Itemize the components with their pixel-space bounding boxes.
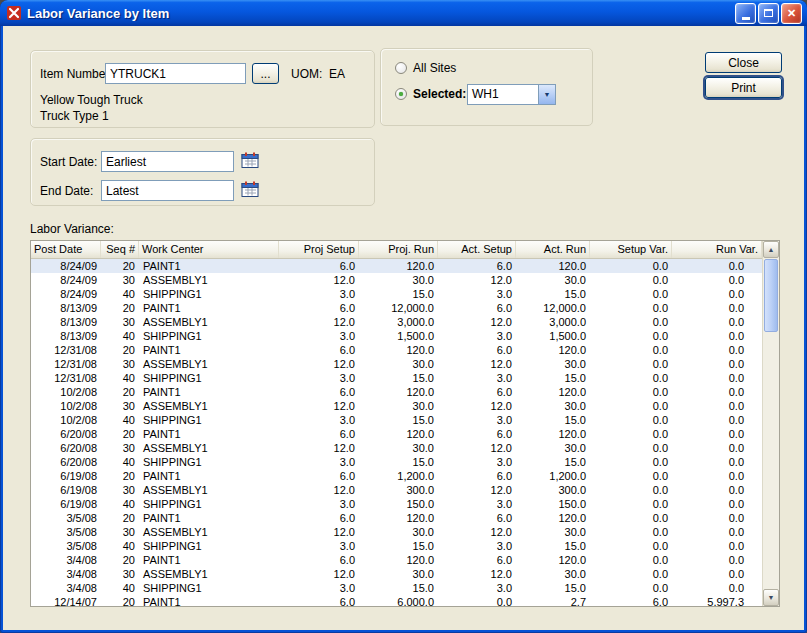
uom-label-text: UOM: [291, 67, 322, 81]
table-cell: ASSEMBLY1 [139, 315, 279, 329]
site-combobox[interactable]: WH1 ▼ [467, 84, 556, 105]
close-window-button[interactable]: ✕ [781, 3, 802, 24]
vertical-scrollbar[interactable]: ▲ ▼ [762, 241, 779, 606]
column-header-setup-var-[interactable]: Setup Var. [590, 241, 672, 258]
scroll-down-button[interactable]: ▼ [763, 589, 779, 606]
table-row[interactable]: 12/31/0820PAINT16.0120.06.0120.00.00.0 [31, 343, 762, 357]
table-cell: 15.0 [516, 371, 590, 385]
column-header-run-var-[interactable]: Run Var. [672, 241, 762, 258]
table-cell: 20 [101, 385, 139, 399]
table-cell: 20 [101, 343, 139, 357]
sites-group: All Sites Selected: WH1 ▼ [380, 48, 593, 126]
table-cell: 30.0 [359, 567, 438, 581]
table-cell: 6.0 [279, 385, 359, 399]
scroll-thumb[interactable] [764, 259, 778, 332]
table-cell: 0.0 [672, 581, 762, 595]
table-row[interactable]: 3/4/0840SHIPPING13.015.03.015.00.00.0 [31, 581, 762, 595]
end-date-calendar-button[interactable] [239, 181, 261, 200]
table-cell: 3,000.0 [516, 315, 590, 329]
table-cell: 6/20/08 [31, 441, 101, 455]
table-cell: 40 [101, 539, 139, 553]
column-header-proj-setup[interactable]: Proj Setup [279, 241, 359, 258]
end-date-label: End Date: [40, 184, 93, 198]
column-header-act-run[interactable]: Act. Run [516, 241, 590, 258]
selected-site-radio[interactable] [395, 88, 407, 100]
table-cell: 30.0 [359, 525, 438, 539]
table-cell: 6,000.0 [359, 595, 438, 606]
maximize-button[interactable] [758, 3, 779, 24]
table-row[interactable]: 6/19/0830ASSEMBLY112.0300.012.0300.00.00… [31, 483, 762, 497]
column-header-post-date[interactable]: Post Date [31, 241, 101, 258]
table-row[interactable]: 10/2/0840SHIPPING13.015.03.015.00.00.0 [31, 413, 762, 427]
table-row[interactable]: 3/4/0830ASSEMBLY112.030.012.030.00.00.0 [31, 567, 762, 581]
table-cell: 1,500.0 [359, 329, 438, 343]
table-row[interactable]: 12/31/0830ASSEMBLY112.030.012.030.00.00.… [31, 357, 762, 371]
table-row[interactable]: 8/13/0920PAINT16.012,000.06.012,000.00.0… [31, 301, 762, 315]
item-number-label: Item Number: [40, 67, 113, 81]
table-row[interactable]: 3/5/0840SHIPPING13.015.03.015.00.00.0 [31, 539, 762, 553]
table-row[interactable]: 6/19/0840SHIPPING13.0150.03.0150.00.00.0 [31, 497, 762, 511]
column-header-seq-[interactable]: Seq # [101, 241, 139, 258]
table-row[interactable]: 12/31/0840SHIPPING13.015.03.015.00.00.0 [31, 371, 762, 385]
table-cell: PAINT1 [139, 511, 279, 525]
start-date-input[interactable] [101, 151, 234, 172]
table-row[interactable]: 8/24/0940SHIPPING13.015.03.015.00.00.0 [31, 287, 762, 301]
table-row[interactable]: 8/13/0930ASSEMBLY112.03,000.012.03,000.0… [31, 315, 762, 329]
table-cell: 3.0 [438, 413, 516, 427]
table-cell: 0.0 [672, 357, 762, 371]
print-button[interactable]: Print [705, 77, 782, 98]
scroll-up-button[interactable]: ▲ [763, 241, 779, 258]
start-date-calendar-button[interactable] [239, 152, 261, 171]
column-header-act-setup[interactable]: Act. Setup [438, 241, 516, 258]
table-cell: 120.0 [359, 385, 438, 399]
table-cell: 3.0 [438, 581, 516, 595]
table-cell: 12/31/08 [31, 357, 101, 371]
table-cell: 0.0 [590, 287, 672, 301]
table-cell: 6.0 [279, 553, 359, 567]
table-cell: 0.0 [590, 469, 672, 483]
table-row[interactable]: 6/20/0830ASSEMBLY112.030.012.030.00.00.0 [31, 441, 762, 455]
combobox-dropdown-button[interactable]: ▼ [538, 85, 555, 104]
table-cell: 0.0 [672, 427, 762, 441]
table-cell: 6.0 [279, 343, 359, 357]
end-date-input[interactable] [101, 180, 234, 201]
table-cell: 0.0 [672, 259, 762, 273]
table-cell: 3.0 [279, 539, 359, 553]
table-cell: PAINT1 [139, 469, 279, 483]
table-row[interactable]: 10/2/0820PAINT16.0120.06.0120.00.00.0 [31, 385, 762, 399]
table-cell: 0.0 [672, 273, 762, 287]
table-row[interactable]: 6/19/0820PAINT16.01,200.06.01,200.00.00.… [31, 469, 762, 483]
table-cell: 0.0 [672, 539, 762, 553]
table-row[interactable]: 3/5/0830ASSEMBLY112.030.012.030.00.00.0 [31, 525, 762, 539]
table-row[interactable]: 3/5/0820PAINT16.0120.06.0120.00.00.0 [31, 511, 762, 525]
table-row[interactable]: 6/20/0840SHIPPING13.015.03.015.00.00.0 [31, 455, 762, 469]
column-header-proj-run[interactable]: Proj. Run [359, 241, 438, 258]
item-number-input[interactable] [105, 63, 246, 84]
column-header-work-center[interactable]: Work Center [139, 241, 279, 258]
table-cell: 6/19/08 [31, 469, 101, 483]
table-row[interactable]: 8/24/0920PAINT16.0120.06.0120.00.00.0 [31, 259, 762, 273]
table-row[interactable]: 6/20/0820PAINT16.0120.06.0120.00.00.0 [31, 427, 762, 441]
table-row[interactable]: 8/13/0940SHIPPING13.01,500.03.01,500.00.… [31, 329, 762, 343]
table-cell: 3.0 [279, 329, 359, 343]
table-cell: 30.0 [516, 441, 590, 455]
table-row[interactable]: 8/24/0930ASSEMBLY112.030.012.030.00.00.0 [31, 273, 762, 287]
table-cell: ASSEMBLY1 [139, 399, 279, 413]
close-button[interactable]: Close [705, 52, 782, 73]
table-cell: 0.0 [590, 497, 672, 511]
table-row[interactable]: 3/4/0820PAINT16.0120.06.0120.00.00.0 [31, 553, 762, 567]
table-cell: 20 [101, 259, 139, 273]
titlebar[interactable]: Labor Variance by Item ✕ [0, 0, 807, 26]
table-row[interactable]: 10/2/0830ASSEMBLY112.030.012.030.00.00.0 [31, 399, 762, 413]
minimize-button[interactable] [735, 3, 756, 24]
table-cell: ASSEMBLY1 [139, 357, 279, 371]
table-cell: 6.0 [438, 553, 516, 567]
all-sites-radio[interactable] [395, 62, 407, 74]
table-cell: 0.0 [672, 315, 762, 329]
table-cell: 3/5/08 [31, 539, 101, 553]
item-description-1: Yellow Tough Truck [40, 93, 143, 107]
table-cell: 0.0 [590, 441, 672, 455]
item-browse-button[interactable]: ... [252, 63, 279, 84]
table-row[interactable]: 12/14/0720PAINT16.06,000.00.02.76.05,997… [31, 595, 762, 606]
table-cell: 30.0 [516, 399, 590, 413]
